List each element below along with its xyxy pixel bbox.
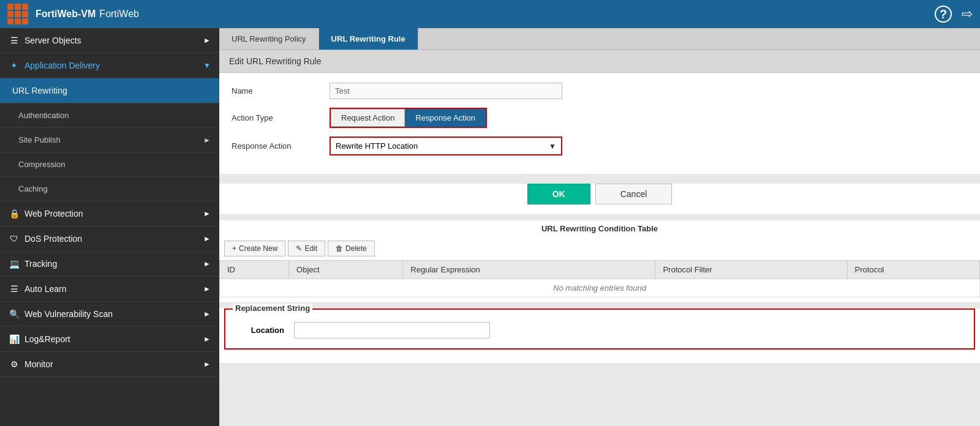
site-publish-label: Site Publish xyxy=(18,135,61,144)
header: FortiWeb-VM FortiWeb ? ⇨ xyxy=(0,0,980,28)
cancel-button[interactable]: Cancel xyxy=(595,184,673,204)
tab-bar: URL Rewriting Policy URL Rewriting Rule xyxy=(219,28,980,50)
replacement-string-legend: Replacement String xyxy=(233,304,312,313)
location-label: Location xyxy=(235,326,284,335)
web-protection-arrow: ► xyxy=(203,209,211,218)
monitor-icon: ⚙ xyxy=(9,359,20,369)
response-action-select-wrapper: Rewrite HTTP Location Rewrite HTTP Body … xyxy=(330,136,562,155)
sidebar-item-caching[interactable]: Caching xyxy=(0,177,219,201)
monitor-label: Monitor xyxy=(24,359,53,369)
sidebar-item-application-delivery[interactable]: ✦ Application Delivery ▼ xyxy=(0,53,219,78)
table-title: URL Rewriting Condition Table xyxy=(219,220,980,237)
application-delivery-icon: ✦ xyxy=(9,61,20,70)
sidebar-item-web-protection[interactable]: 🔒 Web Protection ► xyxy=(0,201,219,226)
col-protocol: Protocol xyxy=(847,261,979,279)
application-delivery-chevron: ▼ xyxy=(203,61,211,70)
name-label: Name xyxy=(232,86,330,95)
form-body: Name Action Type Request Action Response… xyxy=(219,73,980,174)
delete-button[interactable]: 🗑 Delete xyxy=(328,241,375,256)
edit-icon: ✎ xyxy=(296,244,302,253)
authentication-label: Authentication xyxy=(18,111,69,120)
tracking-icon: 💻 xyxy=(9,259,20,269)
sidebar-item-web-vulnerability-scan[interactable]: 🔍 Web Vulnerability Scan ► xyxy=(0,302,219,327)
web-protection-label: Web Protection xyxy=(24,209,83,219)
col-protocol-filter: Protocol Filter xyxy=(655,261,847,279)
log-report-icon: 📊 xyxy=(9,334,20,344)
form-actions: OK Cancel xyxy=(219,184,980,214)
web-protection-icon: 🔒 xyxy=(9,209,20,219)
product-name: FortiWeb xyxy=(99,9,139,20)
auto-learn-label: Auto Learn xyxy=(24,284,67,294)
delete-icon: 🗑 xyxy=(336,244,343,253)
create-new-button[interactable]: + Create New xyxy=(224,241,285,256)
location-row: Location xyxy=(235,322,964,338)
logo: FortiWeb-VM FortiWeb xyxy=(7,4,139,24)
server-objects-label: Server Objects xyxy=(24,36,81,45)
monitor-arrow: ► xyxy=(203,360,211,368)
compression-label: Compression xyxy=(18,160,66,169)
response-action-button[interactable]: Response Action xyxy=(405,109,486,127)
name-row: Name xyxy=(232,83,968,99)
app-name: FortiWeb-VM xyxy=(36,9,96,20)
auto-learn-icon: ☰ xyxy=(9,284,20,294)
url-rewriting-label: URL Rewriting xyxy=(12,86,67,95)
log-report-arrow: ► xyxy=(203,335,211,343)
replacement-string-box: Replacement String Location xyxy=(224,308,975,349)
create-new-label: Create New xyxy=(239,244,277,253)
content-area: URL Rewriting Policy URL Rewriting Rule … xyxy=(219,28,980,426)
form-title: Edit URL Rewriting Rule xyxy=(219,50,980,73)
caching-label: Caching xyxy=(18,184,48,193)
auto-learn-arrow: ► xyxy=(203,285,211,293)
edit-button[interactable]: ✎ Edit xyxy=(288,241,325,256)
ok-button[interactable]: OK xyxy=(527,184,590,204)
sidebar-item-tracking[interactable]: 💻 Tracking ► xyxy=(0,252,219,277)
web-vulnerability-scan-label: Web Vulnerability Scan xyxy=(24,309,113,319)
sidebar-item-monitor[interactable]: ⚙ Monitor ► xyxy=(0,352,219,377)
site-publish-arrow: ► xyxy=(203,136,211,144)
request-action-button[interactable]: Request Action xyxy=(331,109,405,127)
exit-icon[interactable]: ⇨ xyxy=(962,6,973,22)
response-action-row: Response Action Rewrite HTTP Location Re… xyxy=(232,136,968,155)
sidebar-item-url-rewriting[interactable]: URL Rewriting xyxy=(0,78,219,103)
sidebar: ☰ Server Objects ► ✦ Application Deliver… xyxy=(0,28,219,426)
tracking-arrow: ► xyxy=(203,260,211,268)
edit-label: Edit xyxy=(304,244,317,253)
name-input[interactable] xyxy=(330,83,562,99)
dos-protection-arrow: ► xyxy=(203,234,211,243)
action-type-label: Action Type xyxy=(232,113,330,122)
table-toolbar: + Create New ✎ Edit 🗑 Delete xyxy=(219,237,980,260)
col-regular-expression: Regular Expression xyxy=(403,261,655,279)
tracking-label: Tracking xyxy=(24,259,57,269)
web-vuln-arrow: ► xyxy=(203,310,211,318)
create-new-icon: + xyxy=(232,244,236,253)
application-delivery-label: Application Delivery xyxy=(24,61,100,70)
select-arrow-icon: ▼ xyxy=(544,142,561,151)
sidebar-item-dos-protection[interactable]: 🛡 DoS Protection ► xyxy=(0,226,219,252)
sidebar-item-server-objects[interactable]: ☰ Server Objects ► xyxy=(0,28,219,53)
action-type-buttons: Request Action Response Action xyxy=(330,108,487,128)
dos-protection-label: DoS Protection xyxy=(24,234,82,244)
main-layout: ☰ Server Objects ► ✦ Application Deliver… xyxy=(0,28,980,426)
sidebar-item-authentication[interactable]: Authentication xyxy=(0,103,219,128)
response-action-select[interactable]: Rewrite HTTP Location Rewrite HTTP Body … xyxy=(331,138,544,154)
logo-grid xyxy=(7,4,28,24)
location-input[interactable] xyxy=(294,322,490,338)
dos-protection-icon: 🛡 xyxy=(9,234,20,244)
form-area: Edit URL Rewriting Rule Name Action Type… xyxy=(219,50,980,426)
sidebar-item-log-report[interactable]: 📊 Log&Report ► xyxy=(0,327,219,352)
header-actions: ? ⇨ xyxy=(935,6,973,23)
sidebar-item-auto-learn[interactable]: ☰ Auto Learn ► xyxy=(0,277,219,302)
action-type-row: Action Type Request Action Response Acti… xyxy=(232,108,968,128)
tab-url-rewriting-rule[interactable]: URL Rewriting Rule xyxy=(319,28,418,50)
sidebar-item-site-publish[interactable]: Site Publish ► xyxy=(0,128,219,152)
log-report-label: Log&Report xyxy=(24,334,70,344)
condition-table: ID Object Regular Expression Protocol Fi… xyxy=(219,260,980,297)
table-section: URL Rewriting Condition Table + Create N… xyxy=(219,220,980,302)
no-entries-text: No matching entries found xyxy=(220,279,980,297)
table-row-empty: No matching entries found xyxy=(220,279,980,297)
web-vuln-icon: 🔍 xyxy=(9,309,20,319)
sidebar-item-compression[interactable]: Compression xyxy=(0,152,219,177)
tab-url-rewriting-policy[interactable]: URL Rewriting Policy xyxy=(219,28,319,50)
col-object: Object xyxy=(289,261,403,279)
help-icon[interactable]: ? xyxy=(935,6,952,23)
